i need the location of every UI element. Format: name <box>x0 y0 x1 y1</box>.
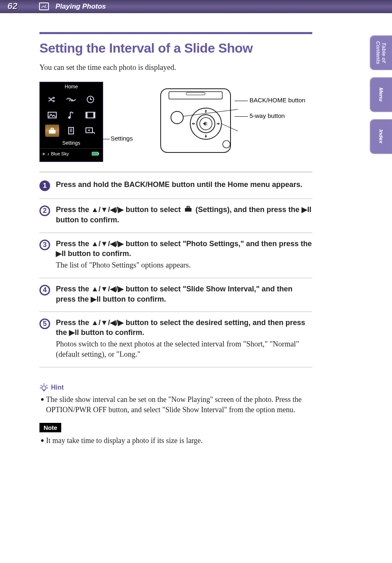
fm-icon: FM <box>64 93 78 106</box>
bullet-dot <box>41 398 44 401</box>
page-number: 62 <box>7 1 17 12</box>
svg-point-0 <box>45 5 46 6</box>
svg-rect-34 <box>43 390 45 391</box>
step-1: 1 Press and hold the BACK/HOME button un… <box>39 180 312 191</box>
settings-inline-icon <box>184 205 193 215</box>
svg-point-23 <box>200 118 212 130</box>
svg-point-20 <box>171 111 183 124</box>
intro-text: You can set the time each photo is displ… <box>39 63 312 72</box>
svg-text:FM: FM <box>69 99 73 102</box>
svg-point-4 <box>68 116 71 119</box>
dpad-glyph: ▲/▼/◀/▶ <box>91 240 124 248</box>
photo-icon <box>39 2 49 10</box>
divider <box>39 278 312 278</box>
battery-icon <box>92 152 100 156</box>
music-icon <box>64 109 78 121</box>
section-title: Playing Photos <box>55 2 106 11</box>
svg-rect-32 <box>187 206 189 208</box>
svg-point-27 <box>217 123 218 125</box>
playpause-glyph: ▶II <box>91 295 101 303</box>
step-5: 5 Press the ▲/▼/◀/▶ button to select the… <box>39 318 312 360</box>
svg-rect-9 <box>51 128 53 130</box>
callout-back-home: BACK/HOME button <box>249 97 305 104</box>
svg-point-25 <box>205 135 207 136</box>
photo-nav-icon <box>45 109 59 121</box>
dpad-glyph: ▲/▼/◀/▶ <box>91 318 124 327</box>
step-badge-2: 2 <box>39 205 50 216</box>
svg-point-28 <box>223 141 230 148</box>
home-screen-title: Home <box>40 83 102 92</box>
playpause-glyph: ▶II <box>69 328 79 337</box>
svg-rect-18 <box>169 92 222 99</box>
playlist-icon <box>64 125 78 137</box>
svg-point-24 <box>205 112 207 113</box>
page-header: 62 Playing Photos <box>0 0 392 13</box>
step-badge-1: 1 <box>39 180 50 191</box>
step-4: 4 Press the ▲/▼/◀/▶ button to select "Sl… <box>39 284 312 304</box>
side-tabs: Table of Contents Menu Index <box>370 35 392 154</box>
step-2-text: Press the ▲/▼/◀/▶ button to select (Sett… <box>56 205 312 225</box>
callout-settings-label: Settings <box>111 135 133 142</box>
svg-rect-6 <box>86 112 88 118</box>
step-5-plain: Photos switch to the next photos at the … <box>56 339 312 360</box>
callout-5way: 5-way button <box>249 112 305 119</box>
step-3-text: Press the ▲/▼/◀/▶ button to select "Phot… <box>56 239 312 259</box>
divider <box>39 367 312 367</box>
note-text: It may take time to display a photo if i… <box>46 436 203 445</box>
svg-point-26 <box>194 123 195 125</box>
step-badge-3: 3 <box>39 240 50 250</box>
home-grid: FM <box>40 92 102 138</box>
step-3-plain: The list of "Photo Settings" options app… <box>56 260 312 270</box>
hint-icon <box>39 383 48 392</box>
note-list: It may take time to display a photo if i… <box>39 436 312 445</box>
hint-list: The slide show interval can be set on th… <box>39 395 312 415</box>
svg-rect-10 <box>69 127 74 134</box>
home-selected-label: Settings <box>40 138 102 146</box>
home-nowplaying-bar: ▶ ♪ Blue Sky <box>40 148 102 158</box>
divider <box>39 233 312 233</box>
video-icon <box>83 109 97 121</box>
figure-row: Home FM Settings ▶ ♪ <box>39 82 312 162</box>
playpause-glyph: ▶II <box>302 205 311 214</box>
svg-rect-15 <box>92 152 98 155</box>
nowplaying-icon <box>83 125 97 137</box>
nowplaying-track: Blue Sky <box>51 151 69 156</box>
step-2: 2 Press the ▲/▼/◀/▶ button to select (Se… <box>39 205 312 225</box>
svg-rect-31 <box>185 208 191 212</box>
divider <box>39 198 312 199</box>
svg-line-37 <box>46 385 47 386</box>
step-badge-5: 5 <box>39 318 50 329</box>
content: Setting the Interval of a Slide Show You… <box>0 13 333 470</box>
divider <box>39 172 312 172</box>
device-diagram <box>157 87 239 157</box>
step-badge-4: 4 <box>39 285 50 295</box>
step-3: 3 Press the ▲/▼/◀/▶ button to select "Ph… <box>39 239 312 271</box>
svg-rect-7 <box>93 112 95 118</box>
shuffle-icon <box>45 93 59 106</box>
step-4-text: Press the ▲/▼/◀/▶ button to select "Slid… <box>56 284 312 304</box>
step-1-text: Press and hold the BACK/HOME button unti… <box>56 180 312 189</box>
top-rule <box>39 32 312 34</box>
device-labels: BACK/HOME button 5-way button <box>249 88 305 119</box>
playpause-glyph: ▶II <box>56 249 66 258</box>
dpad-glyph: ▲/▼/◀/▶ <box>91 205 124 214</box>
step-5-text: Press the ▲/▼/◀/▶ button to select the d… <box>56 318 312 338</box>
settings-icon <box>45 125 59 137</box>
svg-point-33 <box>42 386 46 390</box>
tab-toc[interactable]: Table of Contents <box>370 35 392 70</box>
note-label: Note <box>39 423 61 432</box>
clock-icon <box>83 93 97 106</box>
svg-line-36 <box>41 385 42 386</box>
home-screen-figure: Home FM Settings ▶ ♪ <box>39 82 103 162</box>
divider <box>39 311 312 312</box>
tab-index[interactable]: Index <box>370 119 392 154</box>
hint-heading: Hint <box>39 383 312 392</box>
svg-rect-8 <box>49 130 55 134</box>
hint-label: Hint <box>51 384 64 391</box>
dpad-glyph: ▲/▼/◀/▶ <box>91 285 124 293</box>
bullet-dot <box>41 439 44 442</box>
tab-menu[interactable]: Menu <box>370 77 392 112</box>
hint-text: The slide show interval can be set on th… <box>46 395 312 415</box>
page-title: Setting the Interval of a Slide Show <box>39 41 312 56</box>
svg-rect-16 <box>98 153 99 155</box>
